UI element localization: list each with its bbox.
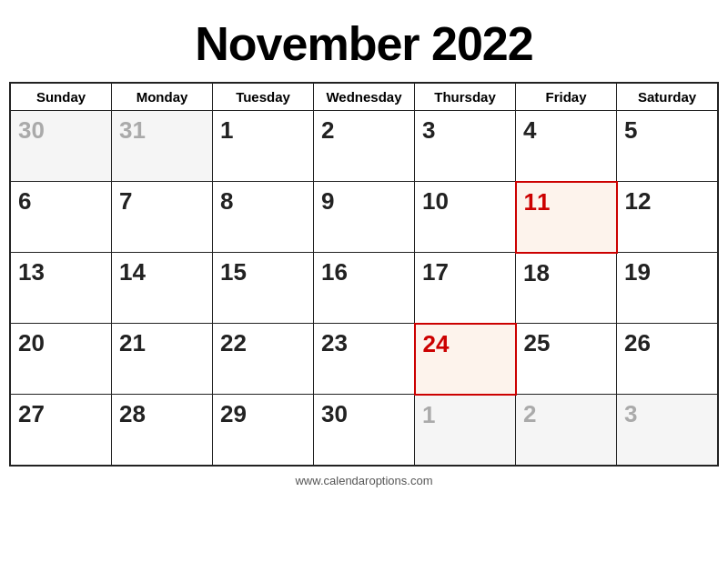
header-thursday: Thursday (415, 84, 516, 111)
calendar-cell: 3 (617, 395, 718, 466)
week-row-2: 13141516171819 (11, 253, 718, 324)
header-row: SundayMondayTuesdayWednesdayThursdayFrid… (11, 84, 718, 111)
calendar-body: 3031123456789101112131415161718192021222… (11, 111, 718, 466)
calendar-cell: 23 (314, 324, 415, 395)
calendar-cell: 4 (516, 111, 617, 182)
calendar-cell: 9 (314, 182, 415, 253)
calendar-cell: 12 (617, 182, 718, 253)
calendar-cell: 8 (213, 182, 314, 253)
calendar-table: SundayMondayTuesdayWednesdayThursdayFrid… (10, 83, 718, 466)
calendar-title: November 2022 (195, 16, 532, 71)
calendar-table-wrapper: SundayMondayTuesdayWednesdayThursdayFrid… (9, 82, 719, 467)
calendar-cell: 16 (314, 253, 415, 324)
calendar-cell: 3 (415, 111, 516, 182)
calendar-cell: 18 (516, 253, 617, 324)
header-saturday: Saturday (617, 84, 718, 111)
calendar-cell: 20 (11, 324, 112, 395)
calendar-cell: 2 (516, 395, 617, 466)
calendar-cell: 22 (213, 324, 314, 395)
calendar-cell: 6 (11, 182, 112, 253)
calendar-cell: 29 (213, 395, 314, 466)
calendar-cell: 30 (11, 111, 112, 182)
calendar-cell: 24 (415, 324, 516, 395)
calendar-cell: 31 (112, 111, 213, 182)
calendar-cell: 28 (112, 395, 213, 466)
header-wednesday: Wednesday (314, 84, 415, 111)
week-row-3: 20212223242526 (11, 324, 718, 395)
calendar-cell: 21 (112, 324, 213, 395)
calendar-cell: 30 (314, 395, 415, 466)
calendar-cell: 1 (415, 395, 516, 466)
calendar-cell: 10 (415, 182, 516, 253)
calendar-cell: 17 (415, 253, 516, 324)
calendar-header: SundayMondayTuesdayWednesdayThursdayFrid… (11, 84, 718, 111)
calendar-cell: 5 (617, 111, 718, 182)
calendar-cell: 2 (314, 111, 415, 182)
calendar-cell: 13 (11, 253, 112, 324)
calendar-cell: 19 (617, 253, 718, 324)
calendar-cell: 27 (11, 395, 112, 466)
calendar-cell: 1 (213, 111, 314, 182)
calendar-cell: 7 (112, 182, 213, 253)
calendar-cell: 25 (516, 324, 617, 395)
week-row-4: 27282930123 (11, 395, 718, 466)
footer-url: www.calendaroptions.com (295, 474, 432, 487)
calendar-cell: 26 (617, 324, 718, 395)
header-sunday: Sunday (11, 84, 112, 111)
header-monday: Monday (112, 84, 213, 111)
week-row-0: 303112345 (11, 111, 718, 182)
calendar-cell: 14 (112, 253, 213, 324)
header-friday: Friday (516, 84, 617, 111)
calendar-cell: 11 (516, 182, 617, 253)
week-row-1: 6789101112 (11, 182, 718, 253)
header-tuesday: Tuesday (213, 84, 314, 111)
calendar-cell: 15 (213, 253, 314, 324)
